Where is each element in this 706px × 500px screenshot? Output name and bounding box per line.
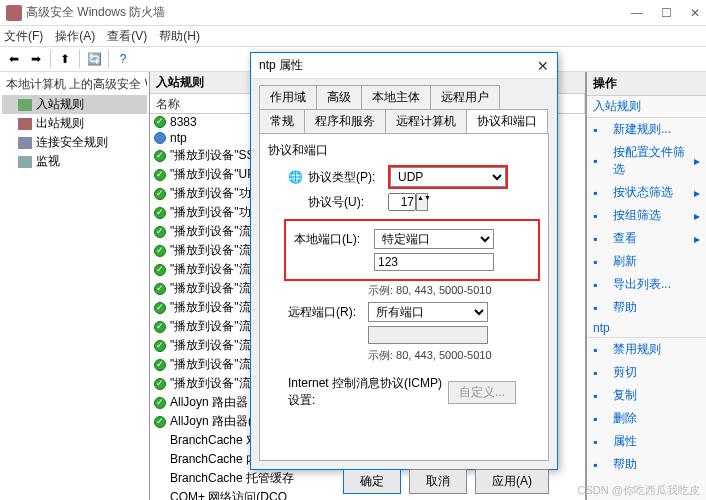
rule-status-icon — [154, 169, 166, 181]
action-item[interactable]: ▪复制 — [587, 384, 706, 407]
tree-label: 监视 — [36, 153, 60, 170]
actions-section-ntp: ntp — [587, 319, 706, 338]
action-label: 属性 — [613, 433, 700, 450]
action-label: 删除 — [613, 410, 700, 427]
back-icon[interactable]: ⬅ — [4, 49, 24, 69]
help-icon[interactable]: ? — [113, 49, 133, 69]
tree-label: 入站规则 — [36, 96, 84, 113]
action-icon: ▪ — [593, 186, 607, 200]
forward-icon[interactable]: ➡ — [26, 49, 46, 69]
properties-dialog: ntp 属性 ✕ 作用域高级本地主体远程用户 常规程序和服务远程计算机协议和端口… — [250, 52, 558, 470]
close-button[interactable]: ✕ — [690, 6, 700, 20]
menu-bar: 文件(F) 操作(A) 查看(V) 帮助(H) — [0, 26, 706, 46]
action-icon: ▪ — [593, 278, 607, 292]
chevron-right-icon: ▸ — [694, 154, 700, 168]
ok-button[interactable]: 确定 — [343, 469, 401, 494]
tree-item[interactable]: 入站规则 — [2, 95, 147, 114]
watermark: CSDN @你吃西瓜我吃皮 — [578, 483, 700, 498]
action-label: 帮助 — [613, 299, 700, 316]
action-item[interactable]: ▪查看▸ — [587, 227, 706, 250]
action-item[interactable]: ▪刷新 — [587, 250, 706, 273]
local-port-input[interactable] — [374, 253, 494, 271]
action-icon: ▪ — [593, 154, 607, 168]
tree-item[interactable]: 出站规则 — [2, 114, 147, 133]
action-icon: ▪ — [593, 366, 607, 380]
action-item[interactable]: ▪按组筛选▸ — [587, 204, 706, 227]
local-port-type-select[interactable]: 特定端口 — [374, 229, 494, 249]
cancel-button[interactable]: 取消 — [409, 469, 467, 494]
dialog-tab[interactable]: 远程用户 — [430, 85, 500, 109]
dialog-tab[interactable]: 常规 — [259, 109, 305, 133]
chevron-right-icon: ▸ — [694, 186, 700, 200]
refresh-icon[interactable]: 🔄 — [84, 49, 104, 69]
remote-port-type-select[interactable]: 所有端口 — [368, 302, 488, 322]
rule-status-icon — [154, 359, 166, 371]
apply-button[interactable]: 应用(A) — [475, 469, 549, 494]
tree-root[interactable]: 本地计算机 上的高级安全 Win — [2, 74, 147, 95]
actions-section-inbound: 入站规则 — [587, 96, 706, 118]
group-protocol-ports: 协议和端口 — [268, 142, 540, 159]
dialog-title: ntp 属性 — [259, 57, 537, 74]
label-remote-port: 远程端口(R): — [288, 304, 368, 321]
action-item[interactable]: ▪导出列表... — [587, 273, 706, 296]
protocol-number-input[interactable] — [388, 193, 416, 211]
tree-icon — [18, 137, 32, 149]
action-item[interactable]: ▪剪切 — [587, 361, 706, 384]
action-label: 剪切 — [613, 364, 700, 381]
menu-view[interactable]: 查看(V) — [107, 28, 147, 45]
action-item[interactable]: ▪属性 — [587, 430, 706, 453]
action-icon: ▪ — [593, 123, 607, 137]
dialog-tab[interactable]: 远程计算机 — [385, 109, 467, 133]
action-label: 新建规则... — [613, 121, 700, 138]
action-item[interactable]: ▪帮助 — [587, 453, 706, 476]
dialog-tab[interactable]: 程序和服务 — [304, 109, 386, 133]
rule-status-icon — [154, 116, 166, 128]
tree-item[interactable]: 监视 — [2, 152, 147, 171]
rule-status-icon — [154, 150, 166, 162]
rule-status-icon — [154, 340, 166, 352]
tree-label: 连接安全规则 — [36, 134, 108, 151]
action-icon: ▪ — [593, 209, 607, 223]
action-label: 导出列表... — [613, 276, 700, 293]
minimize-button[interactable]: — — [631, 6, 643, 20]
dialog-tab[interactable]: 协议和端口 — [466, 109, 548, 133]
nav-tree: 本地计算机 上的高级安全 Win 入站规则出站规则连接安全规则监视 — [0, 72, 150, 500]
tree-icon — [18, 156, 32, 168]
action-label: 按组筛选 — [613, 207, 688, 224]
dialog-tab[interactable]: 高级 — [316, 85, 362, 109]
action-item[interactable]: ▪帮助 — [587, 296, 706, 319]
actions-title: 操作 — [587, 72, 706, 96]
dialog-tab[interactable]: 本地主体 — [361, 85, 431, 109]
maximize-button[interactable]: ☐ — [661, 6, 672, 20]
example-text-2: 示例: 80, 443, 5000-5010 — [368, 348, 540, 363]
chevron-right-icon: ▸ — [694, 232, 700, 246]
label-icmp: Internet 控制消息协议(ICMP)设置: — [288, 375, 448, 409]
menu-help[interactable]: 帮助(H) — [159, 28, 200, 45]
up-icon[interactable]: ⬆ — [55, 49, 75, 69]
action-item[interactable]: ▪新建规则... — [587, 118, 706, 141]
label-protocol-number: 协议号(U): — [308, 194, 388, 211]
icmp-customize-button: 自定义... — [448, 381, 516, 404]
action-item[interactable]: ▪删除 — [587, 407, 706, 430]
menu-file[interactable]: 文件(F) — [4, 28, 43, 45]
rule-status-icon — [154, 226, 166, 238]
action-label: 复制 — [613, 387, 700, 404]
action-item[interactable]: ▪按状态筛选▸ — [587, 181, 706, 204]
window-titlebar: 高级安全 Windows 防火墙 — ☐ ✕ — [0, 0, 706, 26]
window-title: 高级安全 Windows 防火墙 — [26, 4, 631, 21]
dialog-close-icon[interactable]: ✕ — [537, 58, 549, 74]
spinner-icon[interactable]: ▲▼ — [416, 193, 428, 211]
protocol-type-select[interactable]: UDP — [390, 167, 506, 187]
menu-action[interactable]: 操作(A) — [55, 28, 95, 45]
remote-port-input[interactable] — [368, 326, 488, 344]
action-icon: ▪ — [593, 255, 607, 269]
rule-status-icon — [154, 132, 166, 144]
tree-item[interactable]: 连接安全规则 — [2, 133, 147, 152]
action-label: 按状态筛选 — [613, 184, 688, 201]
rule-status-icon — [154, 264, 166, 276]
rule-status-icon — [154, 416, 166, 428]
dialog-tab[interactable]: 作用域 — [259, 85, 317, 109]
action-item[interactable]: ▪禁用规则 — [587, 338, 706, 361]
actions-pane: 操作 入站规则 ▪新建规则...▪按配置文件筛选▸▪按状态筛选▸▪按组筛选▸▪查… — [586, 72, 706, 500]
action-item[interactable]: ▪按配置文件筛选▸ — [587, 141, 706, 181]
